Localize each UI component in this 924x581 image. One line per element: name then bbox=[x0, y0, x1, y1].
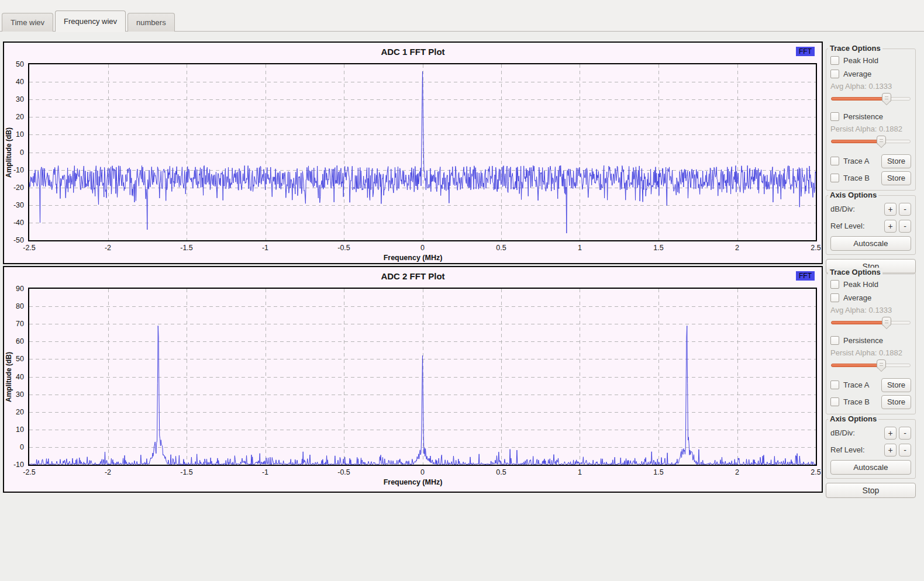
peak-hold-checkbox[interactable] bbox=[830, 56, 839, 65]
y-tick-label: 50 bbox=[16, 60, 24, 68]
x-tick-label: -0.5 bbox=[337, 468, 350, 476]
trace-options-group: Trace Options Peak Hold Average Avg Alph… bbox=[826, 272, 916, 414]
autoscale-button[interactable]: Autoscale bbox=[830, 460, 911, 475]
db-div-plus-button[interactable]: + bbox=[884, 427, 897, 440]
adc1-fft-plot-canvas[interactable] bbox=[28, 63, 817, 241]
persistence-label: Persistence bbox=[843, 112, 883, 121]
x-tick-label: 0 bbox=[420, 468, 425, 476]
y-tick-label: -10 bbox=[13, 166, 24, 174]
adc1-plot-title: ADC 1 FFT Plot bbox=[4, 47, 822, 57]
x-tick-label: 0 bbox=[420, 244, 425, 252]
trace-b-label: Trace B bbox=[843, 174, 870, 182]
adc2-control-panel: Trace Options Peak Hold Average Avg Alph… bbox=[826, 268, 916, 488]
ref-level-row: Ref Level: + - bbox=[830, 441, 911, 458]
db-div-label: dB/Div: bbox=[830, 428, 882, 437]
peak-hold-label: Peak Hold bbox=[843, 56, 878, 65]
y-tick-label: -30 bbox=[13, 201, 24, 209]
trace-b-store-button[interactable]: Store bbox=[881, 395, 911, 409]
slider-fill bbox=[831, 140, 881, 143]
adc1-x-axis-label: Frequency (MHz) bbox=[4, 254, 822, 262]
persistence-checkbox[interactable] bbox=[830, 112, 839, 121]
trace-b-label: Trace B bbox=[843, 397, 870, 406]
trace-a-checkbox[interactable] bbox=[830, 157, 839, 165]
tab-numbers[interactable]: numbers bbox=[127, 13, 175, 32]
persistence-label: Persistence bbox=[843, 336, 883, 345]
y-tick-label: 0 bbox=[20, 148, 24, 157]
trace-b-checkbox[interactable] bbox=[830, 174, 839, 182]
axis-options-group: Axis Options dB/Div: + - Ref Level: + - … bbox=[826, 195, 916, 255]
y-tick-label: 80 bbox=[16, 302, 24, 310]
x-tick-label: 2 bbox=[735, 244, 739, 252]
y-tick-label: 60 bbox=[16, 337, 24, 345]
persist-alpha-slider[interactable] bbox=[831, 359, 911, 371]
trace-a-store-button[interactable]: Store bbox=[881, 378, 911, 392]
trace-options-title: Trace Options bbox=[828, 268, 882, 276]
slider-fill bbox=[831, 364, 881, 367]
avg-alpha-label: Avg Alpha: 0.1333 bbox=[830, 81, 911, 92]
y-tick-label: 30 bbox=[16, 95, 24, 103]
trace-options-title: Trace Options bbox=[828, 44, 882, 53]
y-tick-label: 40 bbox=[16, 78, 24, 86]
tab-time-view[interactable]: Time wiev bbox=[2, 13, 53, 32]
x-tick-label: -1 bbox=[262, 468, 268, 476]
trace-options-group: Trace Options Peak Hold Average Avg Alph… bbox=[826, 49, 916, 191]
db-div-minus-button[interactable]: - bbox=[899, 427, 911, 440]
peak-hold-checkbox[interactable] bbox=[830, 280, 839, 289]
adc1-y-tick-labels: 50403020100-10-20-30-40-50 bbox=[4, 64, 26, 240]
y-tick-label: 90 bbox=[16, 285, 24, 293]
average-checkbox[interactable] bbox=[830, 293, 839, 302]
slider-handle[interactable] bbox=[882, 93, 891, 102]
trace-a-checkbox[interactable] bbox=[830, 381, 839, 389]
ref-level-row: Ref Level: + - bbox=[830, 217, 911, 234]
peak-hold-row: Peak Hold bbox=[830, 278, 911, 291]
stop-button[interactable]: Stop bbox=[826, 483, 916, 498]
ref-level-plus-button[interactable]: + bbox=[884, 220, 897, 233]
db-div-label: dB/Div: bbox=[830, 205, 882, 213]
persistence-row: Persistence bbox=[830, 110, 911, 123]
db-div-row: dB/Div: + - bbox=[830, 200, 911, 217]
slider-fill bbox=[831, 321, 887, 324]
tab-bar: Time wiev Frequency wiev numbers bbox=[2, 11, 177, 32]
adc2-x-axis-label: Frequency (MHz) bbox=[4, 478, 822, 486]
fft-badge: FFT bbox=[796, 271, 815, 281]
slider-handle[interactable] bbox=[877, 359, 886, 369]
y-tick-label: 0 bbox=[20, 443, 24, 451]
db-div-row: dB/Div: + - bbox=[830, 424, 911, 441]
average-checkbox[interactable] bbox=[830, 70, 839, 78]
peak-hold-label: Peak Hold bbox=[843, 280, 878, 289]
trace-b-store-button[interactable]: Store bbox=[881, 171, 911, 185]
ref-level-plus-button[interactable]: + bbox=[884, 444, 897, 456]
x-tick-label: 1.5 bbox=[653, 244, 663, 252]
persist-alpha-label: Persist Alpha: 0.1882 bbox=[830, 123, 911, 135]
trace-a-store-button[interactable]: Store bbox=[881, 154, 911, 168]
axis-options-group: Axis Options dB/Div: + - Ref Level: + - … bbox=[826, 419, 916, 479]
x-tick-label: -2 bbox=[105, 468, 111, 476]
trace-b-checkbox[interactable] bbox=[830, 397, 839, 406]
avg-alpha-slider[interactable] bbox=[831, 316, 911, 328]
x-tick-label: 2.5 bbox=[811, 468, 820, 476]
x-tick-label: -0.5 bbox=[337, 244, 350, 252]
avg-alpha-label: Avg Alpha: 0.1333 bbox=[830, 305, 911, 316]
slider-handle[interactable] bbox=[877, 136, 886, 145]
y-tick-label: -40 bbox=[13, 219, 24, 227]
persistence-checkbox[interactable] bbox=[830, 336, 839, 345]
y-tick-label: -20 bbox=[13, 184, 24, 192]
ref-level-minus-button[interactable]: - bbox=[899, 220, 911, 233]
trace-b-row: Trace B Store bbox=[830, 170, 911, 186]
axis-options-title: Axis Options bbox=[828, 414, 878, 423]
adc2-fft-plot-canvas[interactable] bbox=[28, 288, 817, 466]
autoscale-button[interactable]: Autoscale bbox=[830, 236, 911, 251]
tab-frequency-view[interactable]: Frequency wiev bbox=[55, 11, 126, 32]
slider-handle[interactable] bbox=[882, 317, 891, 326]
persist-alpha-slider[interactable] bbox=[831, 135, 911, 147]
ref-level-minus-button[interactable]: - bbox=[899, 444, 911, 456]
db-div-minus-button[interactable]: - bbox=[899, 203, 911, 216]
average-label: Average bbox=[843, 293, 871, 302]
db-div-plus-button[interactable]: + bbox=[884, 203, 897, 216]
y-tick-label: 10 bbox=[16, 130, 24, 139]
avg-alpha-slider[interactable] bbox=[831, 92, 911, 105]
x-tick-label: 2.5 bbox=[811, 244, 820, 252]
peak-hold-row: Peak Hold bbox=[830, 54, 911, 67]
adc2-y-tick-labels: 9080706050403020100-10 bbox=[4, 289, 26, 465]
x-tick-label: -1.5 bbox=[180, 244, 193, 252]
